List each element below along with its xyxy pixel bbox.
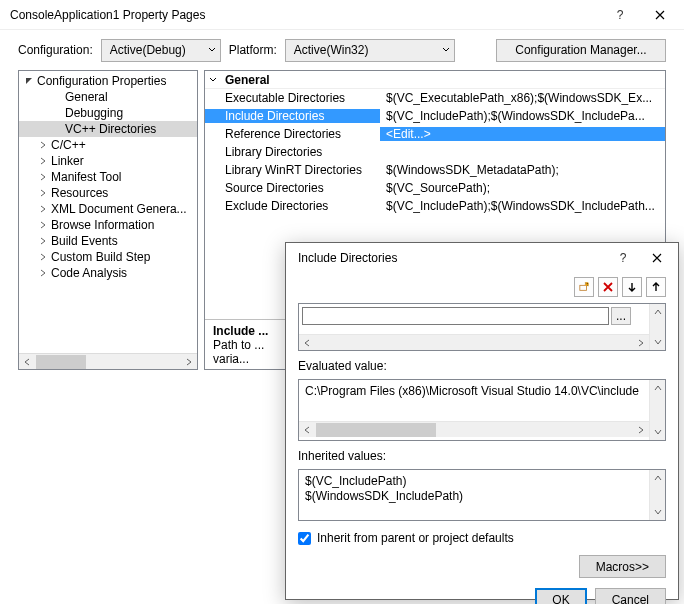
grid-row-library-winrt-dirs[interactable]: Library WinRT Directories$(WindowsSDK_Me… (205, 161, 665, 179)
property-value[interactable]: $(VC_IncludePath);$(WindowsSDK_IncludePa… (380, 199, 665, 213)
tree-item-label: Linker (51, 154, 84, 168)
tree-item-manifest-tool[interactable]: Manifest Tool (19, 169, 197, 185)
property-name: Library WinRT Directories (205, 163, 380, 177)
scroll-up-icon[interactable] (650, 470, 665, 486)
inherited-values-box: $(VC_IncludePath) $(WindowsSDK_IncludePa… (298, 469, 666, 521)
tree-panel: Configuration Properties General Debuggi… (18, 70, 198, 370)
directories-list: ... (298, 303, 666, 351)
window-title: ConsoleApplication1 Property Pages (10, 8, 205, 22)
inherit-checkbox[interactable] (298, 532, 311, 545)
tree-item-label: Custom Build Step (51, 250, 150, 264)
evaluated-value-label: Evaluated value: (298, 359, 666, 373)
ok-button[interactable]: OK (535, 588, 586, 604)
scroll-down-icon[interactable] (650, 334, 665, 350)
tree-item-debugging[interactable]: Debugging (19, 105, 197, 121)
sub-titlebar: Include Directories ? (286, 243, 678, 273)
grid-row-source-dirs[interactable]: Source Directories$(VC_SourcePath); (205, 179, 665, 197)
scrollbar-thumb[interactable] (36, 355, 86, 369)
tree-item-resources[interactable]: Resources (19, 185, 197, 201)
tree-item-xml-document[interactable]: XML Document Genera... (19, 201, 197, 217)
property-value[interactable]: $(VC_IncludePath);$(WindowsSDK_IncludePa… (380, 109, 665, 123)
chevron-down-icon (209, 73, 221, 87)
tree-item-browse-info[interactable]: Browse Information (19, 217, 197, 233)
delete-button[interactable] (598, 277, 618, 297)
chevron-right-icon (37, 173, 49, 181)
grid-row-exclude-dirs[interactable]: Exclude Directories$(VC_IncludePath);$(W… (205, 197, 665, 215)
tree-item-label: Code Analysis (51, 266, 127, 280)
vertical-scrollbar[interactable] (649, 380, 665, 440)
scroll-right-icon[interactable] (633, 335, 649, 350)
tree-item-label: C/C++ (51, 138, 86, 152)
new-line-button[interactable] (574, 277, 594, 297)
evaluated-value: C:\Program Files (x86)\Microsoft Visual … (305, 384, 643, 399)
configuration-manager-button[interactable]: Configuration Manager... (496, 39, 666, 62)
scroll-down-icon[interactable] (650, 504, 665, 520)
browse-label: ... (616, 309, 626, 323)
macros-button[interactable]: Macros>> (579, 555, 666, 578)
tree-item-linker[interactable]: Linker (19, 153, 197, 169)
browse-button[interactable]: ... (611, 307, 631, 325)
grid-row-include-dirs[interactable]: Include Directories $(VC_IncludePath);$(… (205, 107, 665, 125)
inherited-values-content: $(VC_IncludePath) $(WindowsSDK_IncludePa… (299, 470, 649, 520)
tree-item-label: Resources (51, 186, 108, 200)
grid-section-header[interactable]: General (205, 71, 665, 89)
scroll-left-icon[interactable] (19, 354, 35, 370)
platform-combo[interactable]: Active(Win32) (285, 39, 455, 62)
scroll-down-icon[interactable] (650, 424, 665, 440)
scrollbar-thumb[interactable] (316, 423, 436, 437)
close-button[interactable] (640, 0, 680, 30)
cancel-button[interactable]: Cancel (595, 588, 666, 604)
tree-item-ccpp[interactable]: C/C++ (19, 137, 197, 153)
scroll-up-icon[interactable] (650, 304, 665, 320)
chevron-down-icon (23, 77, 35, 85)
grid-row-reference-dirs[interactable]: Reference Directories<Edit...> (205, 125, 665, 143)
tree-item-label: General (65, 90, 108, 104)
grid-row-executable-dirs[interactable]: Executable Directories$(VC_ExecutablePat… (205, 89, 665, 107)
tree-root[interactable]: Configuration Properties (19, 73, 197, 89)
help-button[interactable]: ? (600, 0, 640, 30)
tree-item-label: XML Document Genera... (51, 202, 187, 216)
grid-row-library-dirs[interactable]: Library Directories (205, 143, 665, 161)
tree-item-vcpp-directories[interactable]: VC++ Directories (19, 121, 197, 137)
tree-item-label: Debugging (65, 106, 123, 120)
evaluated-value-box: C:\Program Files (x86)\Microsoft Visual … (298, 379, 666, 441)
scroll-left-icon[interactable] (299, 335, 315, 350)
tree-item-code-analysis[interactable]: Code Analysis (19, 265, 197, 281)
property-value[interactable]: $(VC_ExecutablePath_x86);$(WindowsSDK_Ex… (380, 91, 665, 105)
scroll-right-icon[interactable] (633, 422, 649, 437)
horizontal-scrollbar[interactable] (19, 353, 197, 369)
property-name: Library Directories (205, 145, 380, 159)
property-name: Source Directories (205, 181, 380, 195)
scroll-right-icon[interactable] (181, 354, 197, 370)
vertical-scrollbar[interactable] (649, 470, 665, 520)
property-name: Include Directories (205, 109, 380, 123)
chevron-right-icon (37, 269, 49, 277)
tree-item-build-events[interactable]: Build Events (19, 233, 197, 249)
vertical-scrollbar[interactable] (649, 304, 665, 350)
scroll-up-icon[interactable] (650, 380, 665, 396)
sub-dialog-title: Include Directories (298, 251, 606, 265)
svg-rect-0 (580, 285, 587, 290)
tree-item-custom-build[interactable]: Custom Build Step (19, 249, 197, 265)
move-down-button[interactable] (622, 277, 642, 297)
chevron-right-icon (37, 157, 49, 165)
scroll-left-icon[interactable] (299, 422, 315, 437)
inherited-values-label: Inherited values: (298, 449, 666, 463)
directory-input[interactable] (302, 307, 609, 325)
property-value[interactable]: $(VC_SourcePath); (380, 181, 665, 195)
property-value-edit[interactable]: <Edit...> (380, 127, 665, 141)
chevron-right-icon (37, 237, 49, 245)
move-up-button[interactable] (646, 277, 666, 297)
config-mgr-label: Configuration Manager... (515, 43, 646, 57)
inherited-value: $(VC_IncludePath) (305, 474, 643, 489)
tree-item-label: Manifest Tool (51, 170, 121, 184)
configuration-combo[interactable]: Active(Debug) (101, 39, 221, 62)
property-value[interactable]: $(WindowsSDK_MetadataPath); (380, 163, 665, 177)
help-button[interactable]: ? (606, 243, 640, 273)
close-button[interactable] (640, 243, 674, 273)
inherit-checkbox-label[interactable]: Inherit from parent or project defaults (317, 531, 514, 545)
include-directories-dialog: Include Directories ? ... (285, 242, 679, 600)
tree-item-general[interactable]: General (19, 89, 197, 105)
platform-label: Platform: (229, 43, 277, 57)
tree-root-label: Configuration Properties (37, 74, 166, 88)
